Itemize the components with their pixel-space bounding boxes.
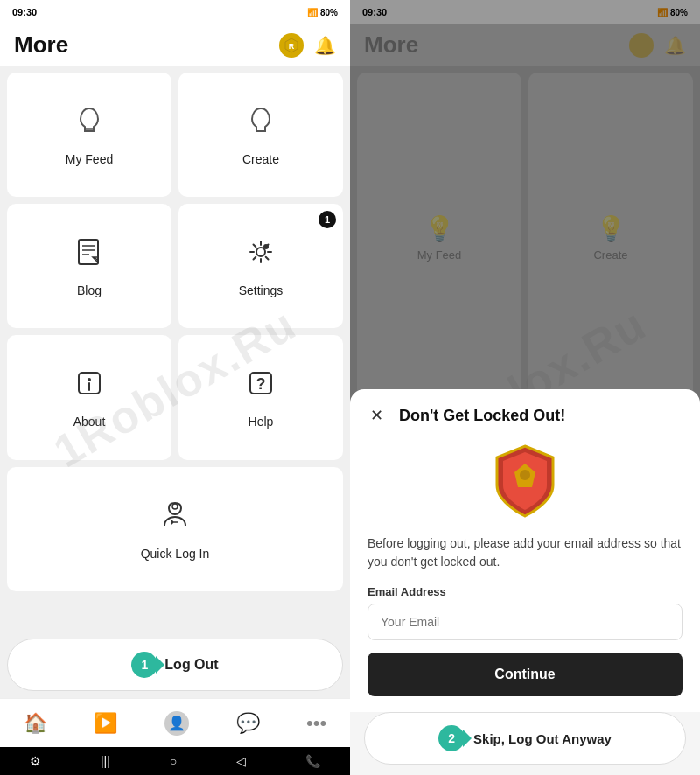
android-home-icon[interactable]: ○ [170,754,177,768]
robux-icon[interactable]: R [279,33,304,58]
about-icon [72,366,107,408]
svg-point-10 [263,244,269,249]
settings-icon [243,234,278,276]
skip-label: Skip, Log Out Anyway [473,731,612,746]
modal-close-button[interactable]: ✕ [364,403,388,428]
step-badge-2: 2 [438,725,465,751]
about-label: About [74,415,106,429]
settings-label: Settings [239,283,284,297]
logout-button[interactable]: 1 Log Out [7,639,343,691]
menu-item-help[interactable]: ? Help [178,335,343,459]
svg-point-12 [88,378,91,381]
page-title-left: More [14,31,68,59]
status-bar-left: 09:30 📶 80% [0,0,350,24]
status-icons-left: 📶 80% [307,8,338,17]
android-nav-left: ⚙ ||| ○ ◁ 📞 [0,747,350,775]
modal-body: Before logging out, please add your emai… [350,442,700,712]
status-time-left: 09:30 [12,7,37,17]
create-label: Create [242,152,279,166]
shield-icon [490,442,560,520]
menu-item-my-feed[interactable]: My Feed [7,73,172,197]
settings-badge: 1 [318,211,336,228]
menu-item-about[interactable]: About [7,335,172,459]
modal-overlay: ✕ Don't Get Locked Out! [350,0,700,775]
svg-text:R: R [289,42,295,51]
skip-row: 2 Skip, Log Out Anyway [350,712,700,775]
blog-icon [72,234,107,276]
android-settings-icon[interactable]: ⚙ [30,754,41,768]
header-icons-left: R 🔔 [279,33,336,58]
locked-out-modal: ✕ Don't Get Locked Out! [350,389,700,775]
step-badge-1: 1 [131,652,158,678]
quick-login-icon [158,498,192,540]
modal-title: Don't Get Locked Out! [399,407,565,425]
logout-label: Log Out [164,657,218,673]
modal-header: ✕ Don't Get Locked Out! [350,389,700,435]
svg-point-18 [520,470,530,480]
nav-avatar[interactable]: 👤 [164,711,189,736]
nav-chat-icon[interactable]: 💬 [236,712,260,735]
svg-point-9 [256,248,265,256]
nav-more-icon[interactable]: ••• [306,712,326,735]
android-recents-icon[interactable]: ◁ [236,754,246,768]
bottom-nav-left: 🏠 ▶️ 👤 💬 ••• [0,698,350,747]
menu-item-create[interactable]: Create [178,73,343,197]
blog-label: Blog [77,283,102,297]
help-label: Help [248,415,274,429]
nav-home-icon[interactable]: 🏠 [24,712,47,735]
nav-play-icon[interactable]: ▶️ [94,712,117,735]
menu-grid-left: My Feed Create [0,66,350,632]
email-label: Email Address [368,585,682,598]
skip-button[interactable]: 2 Skip, Log Out Anyway [364,712,686,765]
email-input[interactable] [368,604,682,640]
notification-bell-icon[interactable]: 🔔 [314,35,336,56]
shield-container [368,442,682,520]
my-feed-icon [72,103,107,145]
my-feed-label: My Feed [66,152,113,166]
svg-point-16 [172,504,178,509]
create-icon [243,103,278,145]
help-icon: ? [243,366,278,408]
svg-rect-4 [79,240,98,264]
app-header-left: More R 🔔 [0,24,350,66]
svg-text:?: ? [256,375,266,393]
left-phone: 09:30 📶 80% More R 🔔 [0,0,350,775]
logout-row: 1 Log Out [0,632,350,698]
menu-item-blog[interactable]: Blog [7,204,172,328]
quick-login-label: Quick Log In [141,547,210,561]
right-phone: 09:30 📶 80% More 🔔 💡 My Feed 💡 Create [350,0,700,775]
android-back-icon[interactable]: ||| [101,754,110,768]
android-call-icon[interactable]: 📞 [305,754,320,768]
menu-item-settings[interactable]: 1 Settings [178,204,343,328]
modal-description: Before logging out, please add your emai… [368,534,682,571]
continue-button[interactable]: Continue [368,653,682,696]
menu-item-quick-login[interactable]: Quick Log In [7,467,343,591]
